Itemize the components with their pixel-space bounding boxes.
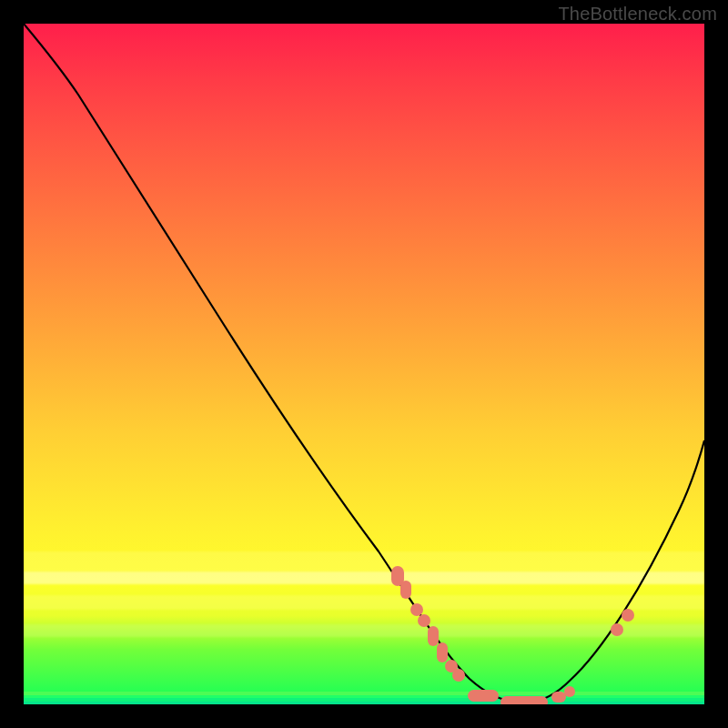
svg-rect-10	[551, 692, 566, 703]
svg-rect-1	[400, 581, 411, 599]
plot-area	[24, 24, 704, 704]
svg-rect-4	[428, 626, 439, 646]
svg-point-7	[452, 669, 465, 682]
marker-cluster-left	[391, 566, 465, 682]
marker-right-ascent	[611, 609, 634, 636]
chart-frame: TheBottleneck.com	[0, 0, 728, 728]
svg-rect-8	[468, 690, 499, 702]
svg-point-12	[611, 623, 623, 636]
curve-path	[24, 24, 704, 703]
svg-point-3	[418, 614, 430, 627]
curve-svg	[24, 24, 704, 704]
watermark-text: TheBottleneck.com	[558, 4, 717, 25]
svg-point-13	[622, 609, 634, 622]
svg-point-11	[564, 686, 575, 697]
svg-rect-9	[500, 696, 548, 704]
svg-rect-5	[437, 642, 448, 662]
svg-point-2	[410, 603, 423, 616]
